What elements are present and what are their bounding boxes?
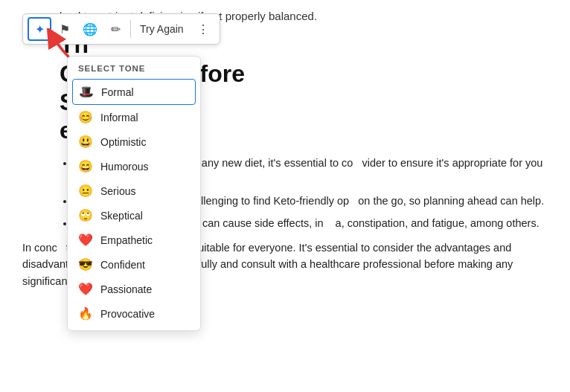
globe-icon: 🌐 (83, 22, 97, 36)
try-again-label: Try Again (140, 23, 184, 35)
tone-item-humorous[interactable]: 😄 Humorous (68, 154, 200, 179)
tone-dropdown: SELECT TONE 🎩 Formal 😊 Informal 😃 Optimi… (67, 56, 201, 331)
serious-label: Serious (100, 185, 135, 197)
empathetic-label: Empathetic (100, 234, 153, 246)
tone-item-serious[interactable]: 😐 Serious (68, 179, 200, 203)
informal-icon: 😊 (78, 110, 93, 124)
flag-button[interactable]: ⚑ (53, 17, 77, 41)
optimistic-icon: 😃 (78, 135, 93, 149)
empathetic-icon: ❤️ (78, 233, 93, 247)
confident-label: Confident (100, 259, 145, 271)
provocative-icon: 🔥 (78, 306, 93, 321)
sparkle-icon: ✦ (35, 22, 45, 36)
passionate-icon: ❤️ (78, 282, 93, 296)
globe-button[interactable]: 🌐 (78, 17, 102, 41)
optimistic-label: Optimistic (100, 136, 146, 148)
skeptical-icon: 🙄 (78, 208, 93, 222)
edit-button[interactable]: ✏ (103, 17, 127, 41)
dropdown-title: SELECT TONE (68, 61, 200, 79)
tone-item-informal[interactable]: 😊 Informal (68, 105, 200, 129)
tone-item-optimistic[interactable]: 😃 Optimistic (68, 129, 200, 154)
humorous-label: Humorous (100, 161, 149, 173)
informal-label: Informal (100, 112, 138, 123)
formal-label: Formal (101, 86, 134, 98)
flag-icon: ⚑ (60, 22, 70, 36)
tone-item-skeptical[interactable]: 🙄 Skeptical (68, 203, 200, 228)
confident-icon: 😎 (78, 257, 93, 271)
formal-icon: 🎩 (79, 85, 94, 99)
toolbar: ✦ ⚑ 🌐 ✏ Try Again ⋮ (22, 13, 220, 45)
sparkle-button[interactable]: ✦ (28, 17, 51, 41)
tone-item-formal[interactable]: 🎩 Formal (72, 79, 196, 105)
tone-item-passionate[interactable]: ❤️ Passionate (68, 277, 200, 301)
provocative-label: Provocative (100, 308, 155, 320)
edit-icon: ✏ (111, 22, 121, 36)
tone-item-empathetic[interactable]: ❤️ Empathetic (68, 228, 200, 252)
tone-item-provocative[interactable]: 🔥 Provocative (68, 301, 200, 326)
serious-icon: 😐 (78, 184, 93, 198)
more-button[interactable]: ⋮ (191, 17, 215, 41)
skeptical-label: Skeptical (100, 210, 143, 222)
passionate-label: Passionate (100, 283, 152, 295)
humorous-icon: 😄 (78, 159, 93, 173)
more-icon: ⋮ (197, 22, 209, 36)
tone-item-confident[interactable]: 😎 Confident (68, 252, 200, 277)
try-again-button[interactable]: Try Again (134, 20, 190, 38)
toolbar-separator (130, 20, 131, 38)
